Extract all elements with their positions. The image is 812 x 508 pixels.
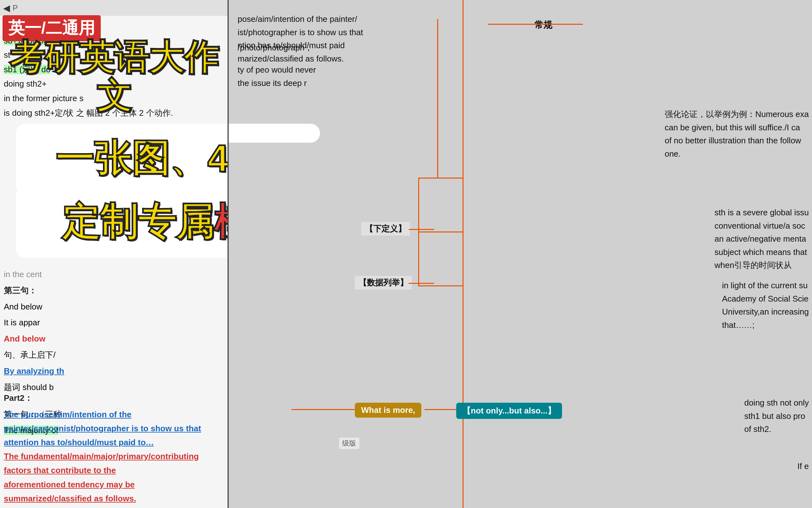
attention-line: attention has to/should/must paid to… [4,435,224,449]
box2-yellow-text: 定制专属 [62,197,214,248]
doc-it-appar: It is appar [4,315,224,330]
sb-line4: one. [665,147,809,161]
do-line1: doing sth not only [744,396,809,410]
xiading-arrow [409,229,434,230]
white-box-1: 一张图、4min [16,124,228,195]
bottom-lines: The purpose/aim/intention of the painter… [0,405,228,508]
part2-label: Part2： [4,391,224,406]
top-bar-label: P [13,3,18,12]
sth-line1: sth is a severe global issu [714,206,809,219]
photo-label: /photo/photograph， [238,41,313,54]
bottom-hline-2 [425,409,456,410]
doc-note1: 句、承上启下/ [4,347,224,363]
changgui-label: 常规 [534,19,552,31]
strengthen-block: 强化论证，以举例为例：Numerous exa can be given, bu… [665,108,809,161]
white-box-2: 定制专属 模板 [16,187,228,258]
sdj-line3: University,an increasing [722,305,809,319]
rb2-line1: ty of peo would never [238,64,316,77]
doc-by-analyzing: By analyzing th [4,364,224,379]
sth-line2: conventional virtue/a soc [714,219,809,233]
fundamental-line: The fundamental/main/major/primary/contr… [4,449,224,477]
aforementioned-line: aforementioned tendency may be summarize… [4,477,224,505]
sb-line3: of no better illustration than the follo… [665,134,809,147]
shuju-label: 【数据列举】 [355,276,412,290]
right-block-1: pose/aim/intention of the painter/ ist/p… [238,13,363,65]
shuju-block: in light of the current su Academy of So… [722,279,809,332]
rb1-line1: pose/aim/intention of the painter/ [238,13,363,26]
left-panel: ◀ P 第二句： sb+定,doing sth st sb1 (定)is do … [0,0,228,508]
right-block-2: ty of peo would never the issue its deep… [238,64,316,90]
doing-block: doing sth not only sth1 but also pro of … [744,396,809,436]
doc-done-by: And below [4,331,224,346]
orange-hline-2 [418,178,463,178]
hline-changgui [488,24,583,25]
shuju-arrow [409,283,434,284]
orange-vline-2 [418,178,419,285]
third-sentence-label: 第三句： [4,283,224,298]
orange-hline-4 [418,285,463,286]
doc-and-below: And below [4,299,224,314]
orange-hline-3 [418,231,463,232]
rb2-line2: the issue its deep r [238,77,316,90]
sb-line1: 强化论证，以举例为例：Numerous exa [665,108,809,121]
right-panel: pose/aim/intention of the painter/ ist/p… [228,0,812,508]
middle-text: in the cent 第三句： And below It is appar A… [0,263,228,398]
rb1-line2: ist/photographer is to show us that [238,26,363,39]
grade-badge: 级版 [339,437,359,449]
doc-line-in-cent: in the cent [4,267,224,282]
sdj-line2: Academy of Social Scie [722,292,809,306]
sth-line3: an active/negative menta [714,232,809,246]
do-line2: sth1 but also pro [744,410,809,423]
white-box-1-right-ext [228,124,320,143]
box2-red-text: 模板 [214,197,228,248]
top-bar-icon: ◀ [3,3,10,13]
sth-line5: when引导的时间状从 [714,259,809,272]
sdj-line1: in light of the current su [722,279,809,292]
purpose-line: The purpose/aim/intention of the painter… [4,408,224,435]
sth-line4: subject which means that [714,246,809,259]
bottom-hline-1 [291,409,355,410]
panel-divider [228,0,229,508]
box1-text: 一张图、4min [55,133,228,185]
sdj-line4: that……; [722,319,809,332]
big-title: 考研英语大作文 [0,38,228,115]
top-bar: ◀ P [0,0,228,16]
sth-block: sth is a severe global issu conventional… [714,206,809,272]
xiading-label: 【下定义】 [361,222,410,236]
what-is-more-node: What is more, [355,403,421,418]
sb-line2: can be given, but this will suffice./I c… [665,121,809,134]
right-vline [463,0,464,508]
badge-title: 英一/二通用 [3,15,101,41]
orange-vline-1 [437,19,438,178]
if-e-text: If e [798,460,809,473]
not-only-node: 【not only...but also...】 [456,403,562,419]
do-line3: of sth2. [744,423,809,436]
